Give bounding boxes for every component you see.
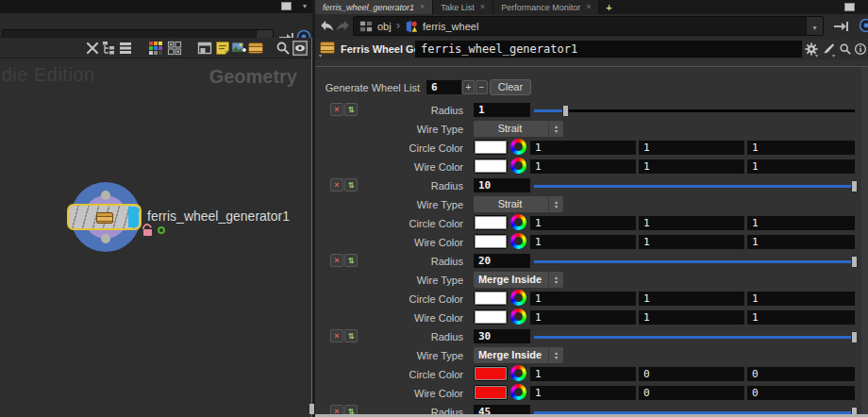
- wire-color-swatch[interactable]: [474, 385, 508, 400]
- back-arrow-icon[interactable]: [319, 19, 334, 32]
- visibility-eye-icon[interactable]: [292, 40, 309, 57]
- forward-arrow-icon[interactable]: [336, 19, 351, 32]
- node-output-connector[interactable]: [101, 234, 110, 243]
- color-wheel-icon[interactable]: [510, 384, 526, 400]
- circle-color-b-field[interactable]: 1: [747, 216, 855, 230]
- asset-type-icon[interactable]: [320, 42, 335, 54]
- circle-color-r-field[interactable]: 1: [530, 141, 636, 155]
- pane-divider[interactable]: [311, 38, 312, 417]
- dropdown-spinner-icon[interactable]: ▴▾: [548, 272, 563, 288]
- color-wheel-icon[interactable]: [510, 139, 526, 155]
- color-wheel-icon[interactable]: [510, 365, 526, 381]
- search-icon[interactable]: [275, 40, 292, 57]
- circle-color-g-field[interactable]: 1: [639, 141, 744, 155]
- circle-color-g-field[interactable]: 1: [639, 216, 744, 230]
- slider-handle-icon[interactable]: [851, 256, 858, 268]
- wire-type-dropdown[interactable]: Merge Inside ▴▾: [474, 272, 563, 288]
- radius-slider[interactable]: [534, 260, 855, 263]
- search-icon[interactable]: [839, 42, 852, 56]
- radius-field[interactable]: 30: [474, 329, 530, 343]
- list-view-icon[interactable]: [117, 40, 134, 57]
- circle-color-swatch[interactable]: [474, 366, 508, 381]
- wire-color-swatch[interactable]: [474, 158, 508, 174]
- wire-color-swatch[interactable]: [474, 234, 508, 249]
- node-input-connector[interactable]: [101, 191, 110, 200]
- breadcrumb-path-field[interactable]: obj › ferris_wheel ▾: [353, 16, 824, 36]
- radius-field[interactable]: 1: [474, 103, 530, 117]
- wire-color-b-field[interactable]: 1: [747, 159, 855, 174]
- tab-close-icon[interactable]: ×: [586, 3, 591, 11]
- asset-box-icon[interactable]: [247, 40, 264, 57]
- circle-color-g-field[interactable]: 0: [639, 367, 744, 381]
- add-instance-button[interactable]: +: [462, 80, 475, 94]
- circle-color-swatch[interactable]: [474, 291, 508, 306]
- new-tab-button[interactable]: +: [599, 0, 618, 14]
- tools-icon[interactable]: [84, 40, 101, 57]
- wire-type-dropdown[interactable]: Strait ▴▾: [474, 121, 563, 137]
- tab-performance-monitor[interactable]: Performance Monitor ×: [493, 0, 599, 14]
- clear-button[interactable]: Clear: [490, 79, 531, 95]
- circle-color-swatch[interactable]: [474, 215, 508, 230]
- breadcrumb-obj[interactable]: obj: [377, 21, 392, 32]
- wire-color-b-field[interactable]: 1: [747, 310, 855, 325]
- gear-menu-arrow-icon[interactable]: ▾: [815, 52, 818, 58]
- dropdown-spinner-icon[interactable]: ▴▾: [548, 347, 563, 363]
- wire-color-g-field[interactable]: 1: [639, 159, 744, 174]
- radius-slider[interactable]: [534, 109, 855, 112]
- color-palette-icon[interactable]: [147, 40, 164, 57]
- background-image-icon[interactable]: [230, 40, 247, 57]
- window-layout-icon[interactable]: [196, 40, 213, 57]
- scrollbar-track[interactable]: [861, 67, 868, 417]
- remove-instance-button[interactable]: −: [476, 80, 488, 94]
- radius-slider[interactable]: [534, 185, 855, 188]
- wheel-count-field[interactable]: 6: [426, 80, 461, 94]
- wire-color-g-field[interactable]: 1: [639, 310, 744, 325]
- path-dropdown-icon[interactable]: ▾: [806, 17, 823, 35]
- tab-close-icon[interactable]: ×: [480, 3, 485, 11]
- node-display-flag[interactable]: [128, 207, 139, 227]
- wire-color-b-field[interactable]: 0: [747, 386, 855, 400]
- wire-type-dropdown[interactable]: Merge Inside ▴▾: [474, 347, 563, 363]
- color-wheel-icon[interactable]: [510, 233, 526, 249]
- tab-take-list[interactable]: Take List ×: [433, 0, 493, 14]
- pane-menu-arrow-icon[interactable]: ▾: [303, 3, 307, 10]
- node-name-label[interactable]: ferris_wheel_generator1: [147, 208, 290, 224]
- radius-field[interactable]: 20: [474, 254, 530, 268]
- wire-color-r-field[interactable]: 1: [530, 159, 636, 174]
- network-canvas[interactable]: Indie Edition Geometry ferris_wheel_gene…: [0, 58, 312, 417]
- circle-color-r-field[interactable]: 1: [530, 216, 636, 230]
- pane-divider-handle[interactable]: [309, 404, 314, 414]
- breadcrumb-ferris-wheel[interactable]: ferris_wheel: [423, 21, 478, 32]
- circle-color-b-field[interactable]: 1: [747, 141, 855, 155]
- asset-menu-arrow-icon[interactable]: ▾: [319, 52, 322, 58]
- pane-maximize-icon[interactable]: [281, 2, 292, 10]
- wire-color-r-field[interactable]: 1: [530, 386, 636, 400]
- wire-color-swatch[interactable]: [474, 309, 508, 325]
- info-icon[interactable]: [854, 42, 867, 56]
- display-options-grid-icon[interactable]: [166, 40, 183, 57]
- color-wheel-icon[interactable]: [510, 290, 526, 306]
- wire-color-r-field[interactable]: 1: [530, 235, 636, 249]
- slider-handle-icon[interactable]: [851, 331, 858, 343]
- tab-ferris-wheel-generator1[interactable]: ferris_wheel_generator1 ×: [315, 0, 433, 14]
- brush-menu-arrow-icon[interactable]: ▾: [832, 52, 835, 58]
- pane-maximize-icon[interactable]: [844, 3, 855, 11]
- dropdown-spinner-icon[interactable]: ▴▾: [548, 121, 563, 137]
- circle-color-b-field[interactable]: 0: [747, 367, 855, 381]
- tab-close-icon[interactable]: ×: [420, 3, 425, 11]
- node-ferris-wheel-generator[interactable]: [67, 204, 142, 230]
- circle-color-r-field[interactable]: 1: [530, 367, 636, 381]
- wire-color-b-field[interactable]: 1: [747, 235, 855, 249]
- slider-handle-icon[interactable]: [851, 180, 858, 192]
- wire-color-g-field[interactable]: 0: [639, 386, 744, 400]
- radial-menu-icon[interactable]: [859, 18, 868, 33]
- circle-color-g-field[interactable]: 1: [639, 292, 744, 306]
- circle-color-swatch[interactable]: [474, 140, 508, 155]
- slider-handle-icon[interactable]: [562, 105, 569, 117]
- color-wheel-icon[interactable]: [510, 158, 526, 174]
- color-wheel-icon[interactable]: [510, 214, 526, 230]
- node-name-field[interactable]: ferris_wheel_generator1: [415, 41, 802, 58]
- sticky-note-icon[interactable]: [214, 40, 231, 57]
- wire-color-g-field[interactable]: 1: [639, 235, 744, 249]
- radius-slider[interactable]: [534, 336, 855, 339]
